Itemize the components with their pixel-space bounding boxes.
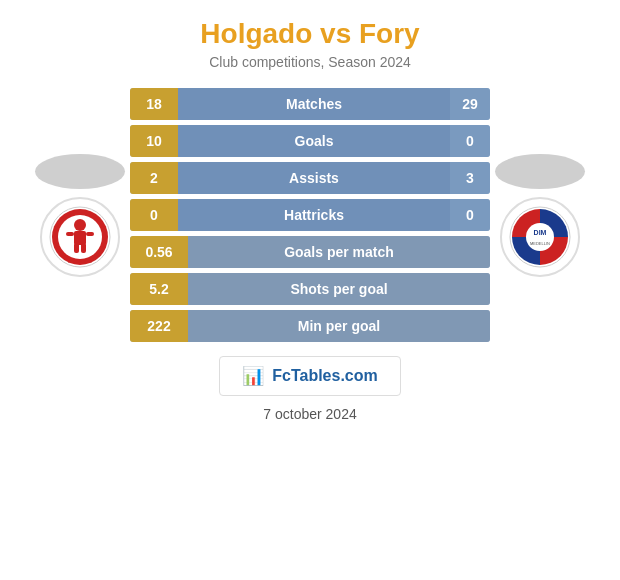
min-per-goal-label: Min per goal: [188, 310, 490, 342]
hattricks-left-val: 0: [130, 199, 178, 231]
team-right-logo: DIM MEDELLIN: [500, 197, 580, 277]
match-subtitle: Club competitions, Season 2024: [209, 54, 411, 70]
svg-rect-6: [81, 243, 86, 253]
stats-container: 18 Matches 29 10 Goals 0 2 Assists 3 0 H…: [130, 88, 490, 342]
shots-per-goal-label: Shots per goal: [188, 273, 490, 305]
stat-row-matches: 18 Matches 29: [130, 88, 490, 120]
svg-text:AMERICA: AMERICA: [68, 258, 92, 264]
goals-per-match-val: 0.56: [130, 236, 188, 268]
goals-right-val: 0: [450, 125, 490, 157]
stat-row-min-per-goal: 222 Min per goal: [130, 310, 490, 342]
match-date: 7 october 2024: [263, 406, 356, 422]
svg-point-3: [74, 219, 86, 231]
team-left: AMERICA: [30, 154, 130, 277]
goals-label: Goals: [178, 125, 450, 157]
team-left-ellipse: [35, 154, 125, 189]
goals-left-val: 10: [130, 125, 178, 157]
dim-logo-svg: DIM MEDELLIN: [508, 205, 572, 269]
svg-rect-8: [86, 232, 94, 236]
svg-text:MEDELLIN: MEDELLIN: [530, 241, 550, 246]
page-wrapper: Holgado vs Fory Club competitions, Seaso…: [0, 0, 620, 580]
stat-row-goals: 10 Goals 0: [130, 125, 490, 157]
svg-text:DIM: DIM: [534, 229, 547, 236]
stat-row-shots-per-goal: 5.2 Shots per goal: [130, 273, 490, 305]
team-right-ellipse: [495, 154, 585, 189]
team-left-logo: AMERICA: [40, 197, 120, 277]
match-title: Holgado vs Fory: [200, 18, 419, 50]
assists-label: Assists: [178, 162, 450, 194]
shots-per-goal-val: 5.2: [130, 273, 188, 305]
matches-left-val: 18: [130, 88, 178, 120]
goals-per-match-label: Goals per match: [188, 236, 490, 268]
fctables-icon: 📊: [242, 365, 264, 387]
america-logo-svg: AMERICA: [48, 205, 112, 269]
svg-rect-5: [74, 243, 79, 253]
svg-point-11: [526, 223, 554, 251]
hattricks-right-val: 0: [450, 199, 490, 231]
fctables-banner[interactable]: 📊 FcTables.com: [219, 356, 401, 396]
stat-row-assists: 2 Assists 3: [130, 162, 490, 194]
matches-right-val: 29: [450, 88, 490, 120]
team-right: DIM MEDELLIN: [490, 154, 590, 277]
hattricks-label: Hattricks: [178, 199, 450, 231]
stat-row-goals-per-match: 0.56 Goals per match: [130, 236, 490, 268]
matches-label: Matches: [178, 88, 450, 120]
svg-rect-7: [66, 232, 74, 236]
assists-left-val: 2: [130, 162, 178, 194]
stat-row-hattricks: 0 Hattricks 0: [130, 199, 490, 231]
fctables-text: FcTables.com: [272, 367, 378, 385]
assists-right-val: 3: [450, 162, 490, 194]
min-per-goal-val: 222: [130, 310, 188, 342]
svg-rect-4: [74, 231, 86, 245]
main-content-row: AMERICA 18 Matches 29 10 Goals 0 2 Assis…: [10, 88, 610, 342]
